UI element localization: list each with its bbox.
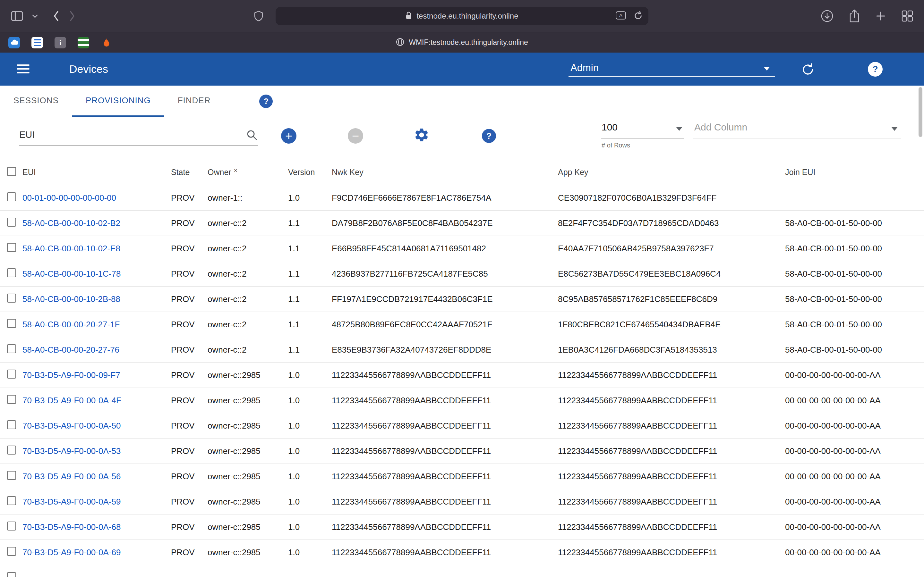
table-row[interactable]: 70-B3-D5-A9-F0-00-0A-4F PROV owner-c::29… [0,388,924,413]
settings-gear-icon[interactable] [414,127,430,144]
owner-sort-indicator[interactable]: × [234,168,237,174]
privacy-shield-icon[interactable] [254,0,263,32]
add-column-dropdown[interactable]: Add Column [693,119,901,139]
eui-link[interactable]: 70-B3-D5-A9-F0-00-0A-68 [23,522,121,532]
sidebar-chevron-down-icon[interactable] [32,14,38,18]
reload-icon[interactable] [634,11,643,21]
join-eui-cell: 00-00-00-00-00-00-00-AA [785,497,924,507]
tab-sessions[interactable]: SESSIONS [0,85,72,117]
table-row[interactable]: 58-A0-CB-00-00-10-1C-78 PROV owner-c::2 … [0,261,924,287]
share-icon[interactable] [849,9,860,23]
state-cell: PROV [171,421,208,431]
table-row[interactable]: 70-B3-D5-A9-F0-00-0A-53 PROV owner-c::29… [0,438,924,464]
back-button-icon[interactable] [53,10,60,22]
bookmark-flag-icon[interactable] [78,37,89,48]
toolbar-help-button[interactable]: ? [482,129,496,143]
table-row[interactable]: 58-A0-CB-00-00-10-02-E8 PROV owner-c::2 … [0,236,924,261]
row-checkbox[interactable] [7,268,16,277]
table-row[interactable]: 70-B3-D5-A9-F0-00-0A-59 PROV owner-c::29… [0,489,924,514]
eui-link[interactable]: 70-B3-D5-A9-F0-00-0A-69 [23,548,121,557]
eui-link[interactable]: 70-B3-D5-A9-F0-00-0A-59 [23,497,121,506]
row-checkbox[interactable] [7,420,16,429]
col-header-join-eui[interactable]: Join EUI [785,168,924,177]
col-header-state[interactable]: State [171,168,208,177]
active-bookmark[interactable]: WMIF:testnode.eu.thingularity.online [396,38,528,47]
table-row[interactable]: 70-B3-D5-A9-F0-00-0A-69 PROV owner-c::29… [0,540,924,565]
eui-link[interactable]: 58-A0-CB-00-00-10-02-B2 [23,218,120,228]
eui-search-input[interactable]: EUI [19,120,258,145]
eui-link[interactable]: 70-B3-D5-A9-F0-00-0A-53 [23,446,121,456]
row-checkbox[interactable] [7,293,16,303]
row-checkbox[interactable] [7,243,16,252]
col-header-app-key[interactable]: App Key [558,168,785,177]
forward-button-icon[interactable] [69,10,76,22]
address-bar[interactable]: testnode.eu.thingularity.online A [276,7,648,25]
row-checkbox[interactable] [7,522,16,530]
app-key-cell: 112233445566778899AABBCCDDEEFF11 [558,548,785,558]
eui-link[interactable]: 70-B3-D5-A9-F0-00-0A-4F [23,396,121,405]
eui-link[interactable]: 00-01-00-00-00-00-00-00 [23,193,116,203]
bookmark-info-icon[interactable]: i [55,37,66,48]
refresh-button[interactable] [801,62,815,77]
eui-link[interactable]: 58-A0-CB-00-00-10-1C-78 [23,269,121,279]
bookmark-document-icon[interactable] [31,37,43,48]
table-row[interactable]: 58-A0-CB-00-00-10-02-B2 PROV owner-c::2 … [0,211,924,236]
row-checkbox-cell [0,243,23,254]
sidebar-toggle-icon[interactable] [11,11,23,21]
table-row[interactable]: 70-B3-D5-A9-F0-00-0A-68 PROV owner-c::29… [0,514,924,540]
eui-cell: 58-A0-CB-00-00-10-02-B2 [23,218,171,228]
translate-icon[interactable]: A [615,11,626,21]
eui-link[interactable]: 58-A0-CB-00-00-20-27-76 [23,345,120,355]
row-checkbox[interactable] [7,547,16,556]
row-checkbox[interactable] [7,395,16,404]
col-header-eui[interactable]: EUI [23,168,171,177]
menu-icon[interactable] [17,64,29,73]
table-row[interactable]: 58-A0-CB-00-00-20-27-1F PROV owner-c::2 … [0,312,924,337]
row-checkbox[interactable] [7,496,16,505]
app-key-cell: 8C95AB857658571762F1C85EEEF8C6D9 [558,294,785,304]
row-checkbox[interactable] [7,370,16,379]
eui-link[interactable]: 70-B3-D5-A9-F0-00-0A-50 [23,421,121,430]
row-checkbox[interactable] [7,344,16,353]
tab-provisioning[interactable]: PROVISIONING [72,85,164,117]
eui-link[interactable]: 58-A0-CB-00-00-10-02-E8 [23,243,120,253]
table-row[interactable]: 58-A0-CB-00-00-20-27-76 PROV owner-c::2 … [0,337,924,363]
admin-dropdown[interactable]: Admin [569,60,775,77]
tabs-help-button[interactable]: ? [259,95,273,108]
join-eui-cell: 58-A0-CB-00-01-50-00-00 [785,345,924,355]
table-row[interactable]: 00-01-00-00-00-00-00-00 PROV owner-1:: 1… [0,185,924,211]
search-icon[interactable] [246,129,258,142]
col-header-nwk-key[interactable]: Nwk Key [332,168,558,177]
table-row[interactable]: 58-A0-CB-00-00-10-2B-88 PROV owner-c::2 … [0,287,924,312]
help-button[interactable]: ? [868,62,883,77]
downloads-icon[interactable] [821,10,834,23]
state-cell: PROV [171,243,208,253]
table-row[interactable]: 70-B3-D5-A9-F0-00-09-F7 PROV owner-c::29… [0,363,924,388]
eui-link[interactable]: 58-A0-CB-00-00-20-27-1F [23,319,120,329]
eui-link[interactable]: 70-B3-D5-A9-F0-00-09-F7 [23,370,120,380]
chevron-down-icon [764,67,770,71]
table-row[interactable]: 70-B3-D5-A9-F0-00-0A-56 PROV owner-c::29… [0,464,924,489]
add-device-button[interactable]: + [281,128,296,143]
col-header-version[interactable]: Version [288,168,332,177]
row-checkbox[interactable] [7,319,16,328]
join-eui-cell: 58-A0-CB-00-01-50-00-00 [785,269,924,279]
row-checkbox[interactable] [7,572,16,577]
eui-link[interactable]: 70-B3-D5-A9-F0-00-0A-56 [23,472,121,481]
row-checkbox[interactable] [7,192,16,201]
tab-finder[interactable]: FINDER [164,85,224,117]
bookmark-flame-icon[interactable] [101,37,112,48]
tab-overview-icon[interactable] [901,10,913,22]
new-tab-icon[interactable] [875,11,886,21]
eui-link[interactable]: 58-A0-CB-00-00-10-2B-88 [23,294,120,304]
row-checkbox[interactable] [7,446,16,455]
scrollbar-thumb[interactable] [919,87,922,137]
col-header-owner[interactable]: Owner× [208,168,288,177]
select-all-checkbox[interactable] [7,167,16,176]
rows-per-page-dropdown[interactable]: 100 [601,119,684,139]
remove-device-button[interactable]: − [348,128,363,143]
bookmark-cloud-icon[interactable] [8,37,20,48]
table-row[interactable]: 70-B3-D5-A9-F0-00-0A-50 PROV owner-c::29… [0,413,924,438]
row-checkbox[interactable] [7,218,16,227]
row-checkbox[interactable] [7,471,16,480]
